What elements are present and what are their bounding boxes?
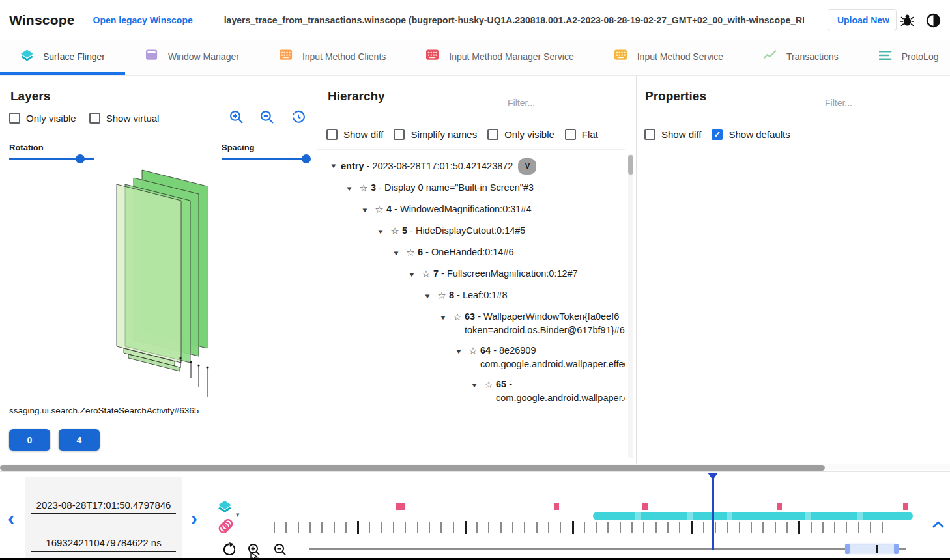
hierarchy-filter-input[interactable] <box>506 95 624 111</box>
expand-chevron-icon[interactable]: ▼ <box>405 268 419 280</box>
dark-mode-icon[interactable] <box>926 13 941 28</box>
tree-node-entry[interactable]: ▼entry - 2023-08-28T17:01:50.421423872V <box>317 155 625 178</box>
bookmark-marker[interactable] <box>777 503 782 510</box>
tree-scrollbar-thumb[interactable] <box>628 155 633 175</box>
pin-star-icon[interactable]: ☆ <box>482 378 496 391</box>
checkbox-label: Show diff <box>343 129 383 140</box>
zoom-out-icon[interactable] <box>260 110 274 124</box>
next-entry-button[interactable]: › <box>191 512 197 525</box>
tree-node-8[interactable]: ▼☆8 - Leaf:0:1#8 <box>317 285 625 307</box>
transitions-trace-icon[interactable] <box>218 518 233 537</box>
layers-show-virtual-checkbox[interactable]: Show virtual <box>89 113 160 124</box>
ruler-tick <box>703 522 704 533</box>
ruler-tick <box>417 522 418 533</box>
timeline-selection-range[interactable] <box>847 545 896 553</box>
layers-only-visible-checkbox[interactable]: Only visible <box>9 113 76 124</box>
layers-panel: Layers Only visibleShow virtual Rotation… <box>0 76 317 464</box>
bookmark-marker[interactable] <box>396 503 405 510</box>
tree-node-5[interactable]: ▼☆5 - HideDisplayCutout:0:14#5 <box>317 221 625 242</box>
pin-star-icon[interactable]: ☆ <box>466 344 480 357</box>
pin-star-icon[interactable]: ☆ <box>372 203 386 216</box>
timeline-divider <box>0 471 950 472</box>
tab-input-method-clients[interactable]: Input Method Clients <box>259 40 406 75</box>
timeline-canvas[interactable] <box>270 473 922 560</box>
tree-node-7[interactable]: ▼☆7 - FullscreenMagnification:0:12#7 <box>317 264 625 285</box>
tree-node-4[interactable]: ▼☆4 - WindowedMagnification:0:31#4 <box>317 199 625 221</box>
hierarchy-only-visible-checkbox[interactable]: Only visible <box>487 129 554 140</box>
pin-star-icon[interactable]: ☆ <box>403 245 418 259</box>
open-legacy-link[interactable]: Open legacy Winscope <box>93 15 193 25</box>
tree-node-65[interactable]: ▼☆65 - com.google.android.wallpaper.effe… <box>317 374 625 408</box>
layer-count-button-4[interactable]: 4 <box>59 429 100 451</box>
pin-star-icon[interactable]: ☆ <box>356 181 371 195</box>
tab-protolog[interactable]: ProtoLog <box>859 40 950 75</box>
tree-scrollbar[interactable] <box>628 154 633 458</box>
pin-star-icon[interactable]: ☆ <box>450 310 465 324</box>
checkbox-unchecked-icon[interactable] <box>9 113 20 124</box>
checkbox-unchecked-icon[interactable] <box>326 129 338 140</box>
tree-node-3[interactable]: ▼☆3 - Display 0 name="Built-in Screen"#3 <box>317 178 625 199</box>
expand-chevron-icon[interactable]: ▼ <box>436 311 450 323</box>
spacing-slider-thumb[interactable] <box>302 154 311 163</box>
keyboard-orange-icon <box>280 49 293 64</box>
layers-trace-icon[interactable] <box>218 500 232 516</box>
tree-node-64[interactable]: ▼☆64 - 8e26909 com.google.android.wallpa… <box>317 341 625 374</box>
collapse-timeline-icon[interactable] <box>932 520 945 531</box>
checkbox-unchecked-icon[interactable] <box>394 129 405 140</box>
expand-chevron-icon[interactable]: ▼ <box>326 160 341 171</box>
bookmark-marker[interactable] <box>642 503 648 510</box>
expand-chevron-icon[interactable]: ▼ <box>373 225 388 237</box>
checkbox-unchecked-icon[interactable] <box>565 129 576 140</box>
ns-time-input[interactable] <box>31 535 176 552</box>
checkbox-checked-icon[interactable]: ✓ <box>712 129 723 140</box>
timeline-scrollbar-thumb[interactable] <box>0 465 825 471</box>
tab-surface-flinger[interactable]: Surface Flinger <box>0 40 125 75</box>
layer-count-button-0[interactable]: 0 <box>9 429 50 451</box>
upload-new-button[interactable]: Upload New <box>828 9 897 31</box>
rotation-slider-thumb[interactable] <box>76 154 85 163</box>
checkbox-unchecked-icon[interactable] <box>89 113 100 124</box>
expand-chevron-icon[interactable]: ▼ <box>342 182 356 194</box>
zoom-in-icon[interactable] <box>229 110 243 124</box>
restore-view-icon[interactable] <box>291 110 305 124</box>
timeline-cursor-line[interactable] <box>712 475 714 550</box>
tab-input-method-manager-service[interactable]: Input Method Manager Service <box>406 40 594 75</box>
tab-transactions[interactable]: Transactions <box>743 40 859 75</box>
human-time-input[interactable] <box>31 497 176 514</box>
prev-entry-button[interactable]: ‹ <box>8 512 14 525</box>
properties-show-diff-checkbox[interactable]: Show diff <box>644 129 701 140</box>
pin-star-icon[interactable]: ☆ <box>388 224 402 238</box>
tree-node-6[interactable]: ▼☆6 - OneHanded:0:14#6 <box>317 242 625 264</box>
hierarchy-show-diff-checkbox[interactable]: Show diff <box>326 129 383 140</box>
checkbox-unchecked-icon[interactable] <box>487 129 498 140</box>
expand-chevron-icon[interactable]: ▼ <box>389 247 403 259</box>
layers-3d-view[interactable] <box>0 165 317 438</box>
bookmark-marker[interactable] <box>554 503 559 510</box>
properties-show-defaults-checkbox[interactable]: ✓Show defaults <box>712 129 790 140</box>
properties-filter-input[interactable] <box>824 95 941 111</box>
timeline-scrollbar-track[interactable] <box>0 464 950 470</box>
timeline-cursor-head[interactable] <box>708 473 718 480</box>
expand-chevron-icon[interactable]: ▼ <box>358 204 372 216</box>
selection-handle-right[interactable] <box>894 544 899 554</box>
hierarchy-simplify-names-checkbox[interactable]: Simplify names <box>394 129 477 140</box>
expand-chevron-icon[interactable]: ▼ <box>420 290 435 301</box>
selection-handle-left[interactable] <box>845 544 850 554</box>
rotation-slider[interactable] <box>9 158 94 160</box>
ruler-tick <box>762 522 764 533</box>
timeline-nav-line[interactable] <box>309 548 906 550</box>
pin-star-icon[interactable]: ☆ <box>419 267 433 281</box>
spacing-slider[interactable] <box>222 158 306 160</box>
tab-input-method-service[interactable]: Input Method Service <box>594 40 743 75</box>
expand-chevron-icon[interactable]: ▼ <box>452 345 466 357</box>
hierarchy-flat-checkbox[interactable]: Flat <box>565 129 598 140</box>
tree-node-63[interactable]: ▼☆63 - WallpaperWindowToken{fa0eef6 toke… <box>317 307 625 341</box>
trace-selector-caret-icon[interactable]: ▾ <box>236 511 240 519</box>
pin-star-icon[interactable]: ☆ <box>435 288 449 302</box>
expand-chevron-icon[interactable]: ▼ <box>467 379 482 391</box>
bookmark-marker[interactable] <box>903 503 908 510</box>
tab-window-manager[interactable]: Window Manager <box>125 40 259 75</box>
report-bug-icon[interactable] <box>900 14 914 27</box>
checkbox-unchecked-icon[interactable] <box>644 129 655 140</box>
refresh-icon[interactable] <box>222 542 235 558</box>
